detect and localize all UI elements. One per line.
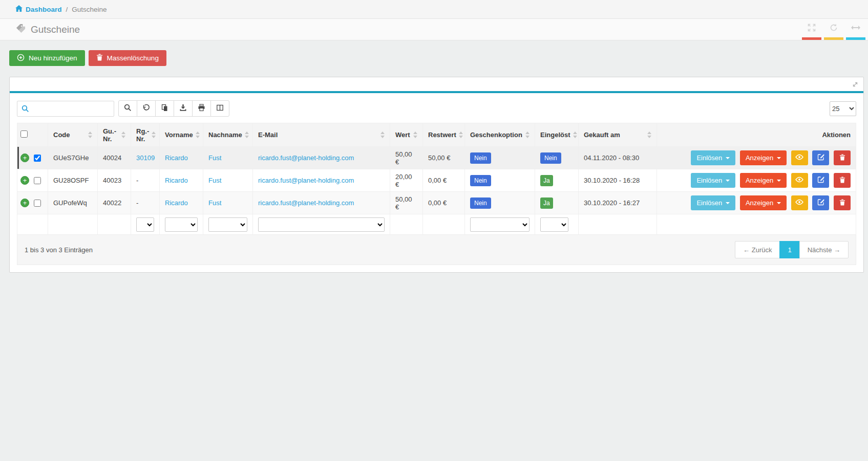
table-row: + GU28OSPF 40023 - Ricardo Fust ricardo.… <box>17 169 856 192</box>
columns-button[interactable] <box>210 100 229 117</box>
edit-button[interactable] <box>812 173 829 188</box>
view-button[interactable] <box>791 150 808 165</box>
refresh-panel-tab[interactable] <box>824 19 843 40</box>
panel-header <box>10 77 863 91</box>
cell-gekauft-am: 04.11.2020 - 08:30 <box>579 147 657 169</box>
table-row: + GUPofeWq 40022 - Ricardo Fust ricardo.… <box>17 192 856 214</box>
eye-icon <box>795 154 803 162</box>
breadcrumb-home-link[interactable]: Dashboard <box>15 5 62 13</box>
cell-vorname-link[interactable]: Ricardo <box>165 177 188 184</box>
cell-gu-nr: 40022 <box>98 192 131 214</box>
row-checkbox[interactable] <box>34 155 41 162</box>
filter-rg-nr-select[interactable] <box>136 217 154 232</box>
cell-email-link[interactable]: ricardo.fust@planet-holding.com <box>258 177 354 184</box>
tab-indicator-cyan <box>846 37 865 40</box>
cell-nachname-link[interactable]: Fust <box>208 199 221 207</box>
filter-geschenkoption-select[interactable] <box>470 217 530 232</box>
action-buttons-bar: Neu hinzufügen Massenlöschung <box>9 50 864 66</box>
cell-code: GU28OSPF <box>48 169 98 192</box>
show-dropdown-button[interactable]: Anzeigen <box>740 150 787 165</box>
expand-arrows-icon <box>808 24 816 37</box>
cell-nachname-link[interactable]: Fust <box>208 154 221 162</box>
column-header-wert[interactable]: Wert <box>390 123 423 147</box>
eingeloest-badge: Ja <box>540 197 553 209</box>
edit-button[interactable] <box>812 195 829 210</box>
column-header-rg-nr[interactable]: Rg.-Nr. <box>131 123 160 147</box>
column-header-restwert[interactable]: Restwert <box>423 123 465 147</box>
filter-vorname-select[interactable] <box>165 217 198 232</box>
redeem-dropdown-button[interactable]: Einlösen <box>691 173 735 188</box>
cell-email-link[interactable]: ricardo.fust@planet-holding.com <box>258 199 354 207</box>
caret-down-icon <box>777 157 781 159</box>
cell-gu-nr: 40023 <box>98 169 131 192</box>
sort-icon <box>525 131 530 138</box>
redeem-dropdown-button[interactable]: Einlösen <box>691 195 735 210</box>
filter-eingeloest-select[interactable] <box>540 217 568 232</box>
tab-indicator-red <box>802 37 821 40</box>
eingeloest-badge: Nein <box>540 152 561 164</box>
cell-rg-nr: - <box>131 169 160 192</box>
show-dropdown-button[interactable]: Anzeigen <box>740 173 787 188</box>
redeem-dropdown-button[interactable]: Einlösen <box>691 150 735 165</box>
caret-down-icon <box>726 202 730 204</box>
expand-row-icon[interactable]: + <box>20 176 29 185</box>
filter-email-select[interactable] <box>258 217 385 232</box>
view-button[interactable] <box>791 173 808 188</box>
pagination-next-button[interactable]: Nächste → <box>799 241 849 258</box>
resize-panel-tab[interactable] <box>846 19 865 40</box>
eye-icon <box>795 177 803 184</box>
column-header-gekauft-am[interactable]: Gekauft am <box>579 123 657 147</box>
select-all-checkbox[interactable] <box>20 130 28 138</box>
pagination-page-1-button[interactable]: 1 <box>779 241 799 258</box>
filter-nachname-select[interactable] <box>208 217 247 232</box>
pagination-prev-button[interactable]: ← Zurück <box>735 241 780 258</box>
column-header-nachname[interactable]: Nachname <box>203 123 253 147</box>
caret-down-icon <box>726 180 730 182</box>
search-input[interactable] <box>17 101 114 117</box>
sort-icon <box>647 131 651 138</box>
column-header-vorname[interactable]: Vorname <box>160 123 203 147</box>
page-size-select[interactable]: 25 <box>830 101 856 116</box>
cell-vorname-link[interactable]: Ricardo <box>165 154 188 162</box>
bulk-delete-button[interactable]: Massenlöschung <box>89 50 166 66</box>
trash-icon <box>839 154 845 162</box>
row-checkbox[interactable] <box>34 200 41 207</box>
panel-expand-icon[interactable] <box>852 81 859 90</box>
column-header-code[interactable]: Code <box>48 123 98 147</box>
cell-vorname-link[interactable]: Ricardo <box>165 199 188 207</box>
download-button[interactable] <box>174 100 193 117</box>
expand-panel-tab[interactable] <box>802 19 821 40</box>
geschenkoption-badge: Nein <box>470 152 491 164</box>
pagination: ← Zurück 1 Nächste → <box>735 241 849 258</box>
copy-icon <box>161 104 168 113</box>
cell-email-link[interactable]: ricardo.fust@planet-holding.com <box>258 154 354 162</box>
breadcrumb: Dashboard / Gutscheine <box>0 0 868 19</box>
column-header-gu-nr[interactable]: Gu.-Nr. <box>98 123 131 147</box>
delete-button[interactable] <box>834 195 851 210</box>
reset-button[interactable] <box>137 100 156 117</box>
edit-button[interactable] <box>812 150 829 165</box>
cell-rg-nr-link[interactable]: 30109 <box>136 154 155 162</box>
view-button[interactable] <box>791 195 808 210</box>
cell-restwert: 0,00 € <box>423 169 465 192</box>
geschenkoption-badge: Nein <box>470 175 491 186</box>
cell-nachname-link[interactable]: Fust <box>208 177 221 184</box>
copy-icon-button[interactable] <box>155 100 174 117</box>
expand-row-icon[interactable]: + <box>20 199 29 207</box>
add-new-button[interactable]: Neu hinzufügen <box>9 50 85 66</box>
delete-button[interactable] <box>834 173 851 188</box>
geschenkoption-badge: Nein <box>470 197 491 209</box>
sort-icon <box>245 131 249 138</box>
row-checkbox[interactable] <box>34 177 41 184</box>
sort-icon <box>380 131 385 138</box>
print-button[interactable] <box>192 100 211 117</box>
table-search-button[interactable] <box>118 100 137 117</box>
column-header-geschenkoption[interactable]: Geschenkoption <box>465 123 535 147</box>
show-dropdown-button[interactable]: Anzeigen <box>740 195 787 210</box>
tab-indicator-yellow <box>824 37 843 40</box>
add-new-label: Neu hinzufügen <box>29 54 77 62</box>
delete-button[interactable] <box>834 150 851 165</box>
column-header-email[interactable]: E-Mail <box>253 123 390 147</box>
expand-row-icon[interactable]: + <box>20 153 29 162</box>
column-header-eingeloest[interactable]: Eingelöst <box>535 123 579 147</box>
